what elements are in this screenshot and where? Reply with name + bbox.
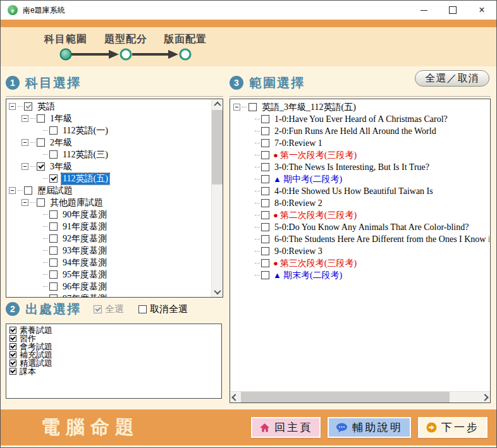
tree-collapse-icon[interactable] [21, 139, 28, 146]
range-tree-label[interactable]: 第一次段考(三段考) [279, 150, 358, 161]
subject-tree-checkbox[interactable] [37, 114, 45, 123]
subject-tree-checkbox[interactable] [49, 222, 58, 231]
range-tree-label[interactable]: 1-0:Have You Ever Heard of A Christmas C… [273, 114, 449, 124]
subject-tree-checkbox[interactable] [49, 246, 58, 255]
range-tree-checkbox[interactable] [261, 223, 269, 231]
range-tree-label[interactable]: 8-0:Review 2 [273, 198, 324, 209]
scrollbar-thumb[interactable] [212, 110, 223, 185]
range-tree-label[interactable]: 4-0:He Showed Us How Beautiful Taiwan Is [273, 186, 434, 197]
range-tree-item[interactable]: 4-0:He Showed Us How Beautiful Taiwan Is [232, 185, 489, 197]
select-all-toggle-button[interactable]: 全選／取消 [415, 70, 489, 87]
tree-collapse-icon[interactable] [21, 199, 28, 206]
range-tree-item[interactable]: ●第二次段考(三段考) [232, 209, 489, 221]
subject-tree-checkbox[interactable] [49, 210, 58, 219]
source-item[interactable]: 素養試題 [8, 326, 221, 334]
range-tree-checkbox[interactable] [261, 271, 269, 279]
subject-tree-item[interactable]: 1年級 [8, 112, 211, 124]
range-tree-item[interactable]: 1-0:Have You Ever Heard of A Christmas C… [232, 113, 489, 125]
subject-tree-label[interactable]: 歷屆試題 [36, 185, 74, 197]
subject-tree-checkbox[interactable] [49, 150, 58, 159]
range-tree-item[interactable]: 2-0:Fun Runs Are Held All Around the Wor… [232, 125, 489, 137]
subject-tree-label[interactable]: 97年度基測 [61, 293, 108, 298]
tree-collapse-icon[interactable] [9, 103, 16, 110]
subject-tree-item[interactable]: 112英語(三) [8, 148, 211, 160]
subject-tree-label[interactable]: 其他題庫試題 [49, 197, 104, 209]
range-tree-item[interactable]: 英語_3年級_112英語(五) [232, 101, 489, 113]
subject-tree-item[interactable]: 112英語(五) [8, 173, 211, 185]
range-tree-label[interactable]: 2-0:Fun Runs Are Held All Around the Wor… [273, 126, 438, 136]
subject-tree-checkbox[interactable] [49, 282, 58, 291]
subject-tree-label[interactable]: 96年度基測 [61, 281, 108, 293]
subject-tree-checkbox[interactable] [49, 258, 58, 267]
subject-tree-checkbox[interactable] [37, 162, 45, 171]
subject-tree-checkbox[interactable] [49, 174, 58, 183]
range-tree-label[interactable]: 9-0:Review 3 [273, 246, 324, 257]
range-tree-label[interactable]: 期中考(二段考) [282, 174, 343, 185]
range-tree-checkbox[interactable] [261, 115, 269, 123]
source-item[interactable]: 精選試題 [8, 359, 221, 367]
range-tree-item[interactable]: ●第一次段考(三段考) [232, 149, 489, 161]
subject-tree-label[interactable]: 2年級 [49, 137, 73, 148]
minimize-button[interactable] [409, 1, 438, 20]
subject-tree-label[interactable]: 90年度基測 [61, 209, 108, 221]
range-tree-item[interactable]: ▲期中考(二段考) [232, 173, 489, 185]
next-step-button[interactable]: 下一步 [418, 417, 488, 438]
subject-tree-checkbox[interactable] [49, 270, 58, 279]
range-tree-label[interactable]: 期末考(二段考) [282, 270, 343, 281]
subject-tree-item[interactable]: 2年級 [8, 136, 211, 148]
tree-collapse-icon[interactable] [233, 104, 240, 111]
close-button[interactable]: × [467, 1, 496, 20]
range-tree-item[interactable]: 8-0:Review 2 [232, 197, 489, 209]
tree-collapse-icon[interactable] [21, 115, 28, 122]
subject-tree-label[interactable]: 94年度基測 [61, 257, 108, 269]
source-checkbox[interactable] [9, 351, 16, 358]
subject-tree-item[interactable]: 96年度基測 [8, 281, 211, 293]
subject-tree-label[interactable]: 1年級 [49, 113, 73, 124]
subject-tree-item[interactable]: 97年度基測 [8, 293, 211, 297]
select-all-checkbox[interactable] [94, 305, 102, 313]
subject-tree-item[interactable]: 3年級 [8, 160, 211, 173]
range-tree-checkbox[interactable] [261, 247, 269, 255]
home-button[interactable]: 回主頁 [251, 417, 321, 438]
source-checkbox[interactable] [9, 368, 16, 375]
tree-collapse-icon[interactable] [21, 163, 28, 170]
range-tree-checkbox[interactable] [261, 127, 269, 135]
range-tree-item[interactable]: 5-0:Do You Know Any Animals That Are Col… [232, 221, 489, 233]
subject-tree-label[interactable]: 3年級 [49, 161, 73, 173]
range-tree-checkbox[interactable] [261, 235, 269, 243]
subject-tree-checkbox[interactable] [37, 138, 45, 147]
subject-tree-checkbox[interactable] [24, 102, 32, 111]
source-checkbox[interactable] [9, 327, 16, 334]
subject-tree-checkbox[interactable] [49, 294, 58, 297]
range-tree-checkbox[interactable] [261, 259, 269, 267]
range-tree-checkbox[interactable] [261, 187, 269, 195]
range-tree-checkbox[interactable] [261, 151, 269, 159]
subject-tree-item[interactable]: 英語 [8, 100, 211, 112]
range-tree-item[interactable]: ▲期末考(二段考) [232, 269, 489, 281]
subject-tree-label[interactable]: 95年度基測 [61, 269, 108, 281]
source-checkbox[interactable] [9, 343, 16, 350]
range-tree-item[interactable]: 6-0:The Students Here Are Different from… [232, 233, 489, 245]
subject-tree-label[interactable]: 112英語(五) [61, 173, 109, 185]
subject-tree-label[interactable]: 112英語(三) [61, 149, 109, 160]
subject-tree-checkbox[interactable] [24, 186, 32, 195]
subject-tree-label[interactable]: 93年度基測 [61, 245, 108, 257]
range-tree-checkbox[interactable] [261, 163, 269, 171]
range-tree-label[interactable]: 5-0:Do You Know Any Animals That Are Col… [273, 222, 470, 233]
scrollbar-thumb[interactable] [241, 392, 450, 403]
subject-tree-item[interactable]: 93年度基測 [8, 245, 211, 257]
subject-tree-checkbox[interactable] [49, 126, 58, 135]
range-tree-label[interactable]: 6-0:The Students Here Are Different from… [273, 234, 489, 245]
horizontal-scrollbar[interactable] [230, 391, 490, 403]
help-button[interactable]: 輔助說明 [328, 417, 411, 438]
source-checkbox[interactable] [9, 360, 16, 366]
range-tree-item[interactable]: 9-0:Review 3 [232, 245, 489, 257]
scroll-up-button[interactable] [212, 99, 223, 109]
vertical-scrollbar[interactable] [211, 99, 223, 297]
subject-tree-item[interactable]: 95年度基測 [8, 269, 211, 281]
range-tree-label[interactable]: 第二次段考(三段考) [279, 210, 358, 221]
subject-tree-label[interactable]: 英語 [36, 101, 56, 112]
subject-tree-label[interactable]: 91年度基測 [61, 221, 108, 233]
subject-tree-item[interactable]: 92年度基測 [8, 233, 211, 245]
subject-tree-item[interactable]: 90年度基測 [8, 209, 211, 221]
